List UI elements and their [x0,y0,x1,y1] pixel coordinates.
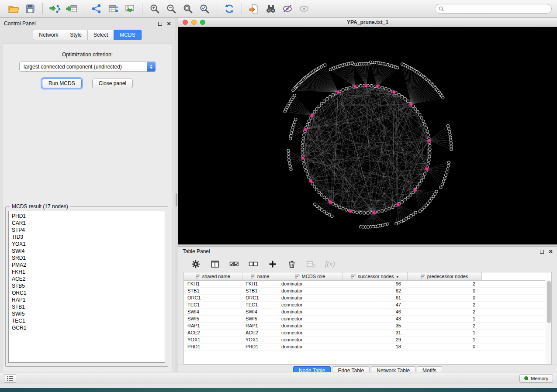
table-cell[interactable]: dominator [278,280,343,287]
table-row[interactable]: SWI4SWI4dominator462 [184,308,545,315]
table-cell[interactable]: SWI5 [242,315,278,322]
table-cell[interactable]: 46 [343,308,407,315]
mcds-result-item[interactable]: GCR1 [9,324,165,331]
table-cell[interactable]: 2 [407,301,481,308]
table-cell[interactable]: PHD1 [184,343,242,350]
new-network-button[interactable] [88,2,105,16]
mcds-result-item[interactable]: SWI4 [9,248,165,254]
table-row[interactable]: SWI5SWI5connector431 [184,315,545,322]
close-table-panel-icon[interactable]: × [549,249,553,254]
open-file-button[interactable] [5,2,22,16]
table-cell[interactable]: 2 [407,280,481,287]
table-cell[interactable]: TEC1 [184,301,242,308]
table-cell[interactable]: FKH1 [242,280,278,287]
table-cell[interactable]: 2 [407,322,481,329]
table-cell[interactable]: connector [278,301,343,308]
table-scrollbar[interactable] [546,280,551,364]
table-row[interactable]: ORC1ORC1dominator610 [184,294,545,301]
table-cell[interactable]: 96 [343,280,407,287]
mcds-result-item[interactable]: SRD1 [9,254,165,261]
table-cell[interactable]: 0 [407,294,481,301]
table-cell[interactable]: 18 [343,343,407,350]
table-cell[interactable]: 0 [407,287,481,294]
scrollbar-thumb[interactable] [547,281,551,323]
mcds-result-item[interactable]: SWI5 [9,310,165,317]
mcds-result-item[interactable]: ORC1 [9,289,165,296]
mcds-result-item[interactable]: PMA2 [9,261,165,268]
table-cell[interactable]: connector [278,329,343,336]
save-session-button[interactable] [22,2,38,16]
column-header-predecessor-nodes[interactable]: predecessor nodes [407,272,481,280]
table-settings-button[interactable] [190,259,201,269]
memory-button[interactable]: Memory [519,374,553,383]
table-cell[interactable]: SWI5 [184,315,242,322]
column-header-shared-name[interactable]: shared name [184,272,242,280]
mcds-result-item[interactable]: FKH1 [9,268,165,275]
vertical-splitter[interactable] [175,18,178,376]
import-network-button[interactable] [47,2,63,16]
status-menu-button[interactable] [4,374,16,383]
zoom-in-button[interactable] [146,2,163,16]
table-cell[interactable]: dominator [278,294,343,301]
zoom-out-button[interactable] [163,2,180,16]
table-cell[interactable]: ACE2 [184,329,242,336]
tab-network[interactable]: Network [33,30,64,40]
minimize-window-icon[interactable] [191,20,197,25]
export-image-button[interactable] [121,2,138,16]
mcds-result-item[interactable]: YOX1 [9,241,165,248]
export-document-button[interactable] [246,2,263,16]
table-cell[interactable]: 1 [407,315,481,322]
optimization-criterion-dropdown[interactable]: largest connected component (undirected) [19,62,156,72]
table-cell[interactable]: 31 [343,329,407,336]
table-row[interactable]: STB1STB1dominator620 [184,287,545,294]
tab-select[interactable]: Select [87,30,114,40]
table-cell[interactable]: TEC1 [242,301,278,308]
deselect-all-button[interactable] [248,259,259,269]
close-panel-icon[interactable]: × [167,21,171,26]
column-header-mcds-role[interactable]: MCDS role [278,272,343,280]
search-network-button[interactable] [263,2,279,16]
table-cell[interactable]: 62 [343,287,407,294]
delete-table-button[interactable] [306,259,316,269]
hide-selected-button[interactable] [279,2,296,16]
table-cell[interactable]: 0 [407,343,481,350]
mcds-result-item[interactable]: STB5 [9,282,165,289]
table-row[interactable]: ACE2ACE2connector311 [184,329,545,336]
network-graph[interactable] [178,27,557,244]
import-table-button[interactable] [63,2,80,16]
table-cell[interactable]: dominator [278,322,343,329]
float-panel-icon[interactable] [158,22,162,26]
tab-style[interactable]: Style [64,30,88,40]
network-view-canvas[interactable] [178,27,557,244]
table-cell[interactable]: STB1 [242,287,278,294]
mcds-result-list[interactable]: PHD1CAR1STP4TID3YOX1SWI4SRD1PMA2FKH1ACE2… [8,211,165,363]
zoom-fit-button[interactable] [180,2,196,16]
table-cell[interactable]: ORC1 [184,294,242,301]
mcds-result-item[interactable]: STP4 [9,227,165,234]
run-mcds-button[interactable]: Run MCDS [42,79,82,88]
search-box[interactable] [435,4,552,14]
table-cell[interactable]: PHD1 [242,343,278,350]
column-header-successor-nodes[interactable]: successor nodes▾ [343,272,407,280]
network-window-titlebar[interactable]: YPA_prune.txt_1 [178,18,557,27]
column-header-name[interactable]: name [242,272,278,280]
mcds-result-item[interactable]: TEC1 [9,317,165,324]
table-cell[interactable]: STB1 [184,287,242,294]
table-cell[interactable]: connector [278,336,343,343]
table-cell[interactable]: dominator [278,308,343,315]
table-cell[interactable]: dominator [278,287,343,294]
table-cell[interactable]: connector [278,315,343,322]
zoom-selected-button[interactable] [196,2,213,16]
table-cell[interactable]: ACE2 [242,329,278,336]
search-input[interactable] [446,6,548,12]
table-cell[interactable]: RAP1 [242,322,278,329]
maximize-window-icon[interactable] [200,20,205,25]
mcds-result-item[interactable]: RAP1 [9,296,165,303]
table-cell[interactable]: ORC1 [242,294,278,301]
table-row[interactable]: TEC1TEC1connector472 [184,301,545,308]
table-cell[interactable]: 2 [407,308,481,315]
close-window-icon[interactable] [183,20,188,25]
node-table-grid[interactable]: shared namenameMCDS rolesuccessor nodes▾… [184,272,545,351]
table-row[interactable]: FKH1FKH1dominator962 [184,280,545,287]
show-all-button[interactable] [296,2,312,16]
